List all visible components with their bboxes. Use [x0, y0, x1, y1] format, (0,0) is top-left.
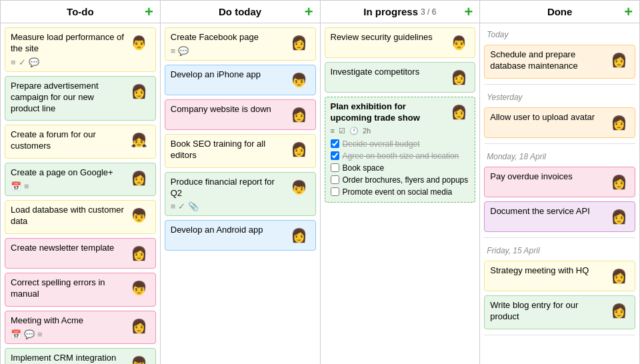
- avatar-dt6: 👩: [289, 225, 310, 246]
- checklist-checkbox-2[interactable]: [331, 163, 339, 172]
- avatar-ip3: 👩: [448, 101, 469, 123]
- card-dt6[interactable]: Develop an Android app👩: [165, 220, 316, 251]
- card-dt3[interactable]: Company website is down👩: [165, 99, 316, 130]
- card-td9[interactable]: Implement CRM integration👦: [5, 348, 156, 364]
- avatar-td3: 👧: [129, 129, 150, 151]
- calendar-icon: 📅: [11, 181, 21, 191]
- add-card-button-dotoday[interactable]: +: [305, 5, 313, 19]
- column-body-todo: Measure load performance of the site≡✓💬👨…: [1, 23, 160, 364]
- checklist-checkbox-4[interactable]: [331, 187, 339, 196]
- column-body-dotoday: Create Facebook page≡💬👩Develop an iPhone…: [161, 23, 320, 364]
- card-icons-td1: ≡✓💬: [11, 57, 125, 67]
- card-content-dn5: Strategy meeting with HQ: [490, 265, 604, 279]
- card-content-dt5: Produce financial report for Q2≡✓📎: [171, 177, 285, 212]
- card-dt1[interactable]: Create Facebook page≡💬👩: [165, 27, 316, 61]
- card-content-dn3: Pay overdue invoices: [490, 171, 604, 185]
- card-title-td4: Create a page on Google+: [11, 167, 125, 179]
- check-icon: ✓: [19, 57, 26, 67]
- checklist-text-1: Agree on booth size and location: [343, 151, 459, 161]
- card-dt5[interactable]: Produce financial report for Q2≡✓📎👦: [165, 172, 316, 217]
- card-icons-td8: 📅💬≡: [11, 329, 125, 339]
- card-content-td9: Implement CRM integration: [11, 353, 125, 364]
- column-title-dotoday: Do today: [219, 6, 261, 17]
- column-body-inprogress: Review security guidelines👨Investigate c…: [321, 23, 480, 364]
- column-todo: To-do+Measure load performance of the si…: [1, 1, 161, 364]
- column-header-done: Done+: [480, 1, 639, 23]
- avatar-dt3: 👩: [289, 104, 310, 125]
- column-title-todo: To-do: [67, 6, 94, 17]
- card-ip2[interactable]: Investigate competitors👩: [325, 62, 476, 93]
- card-dn3[interactable]: Pay overdue invoices👩: [484, 167, 635, 197]
- card-dn4[interactable]: Document the service API👩: [484, 201, 635, 232]
- card-td4[interactable]: Create a page on Google+📅≡👩: [5, 163, 156, 196]
- avatar-dt5: 👦: [289, 177, 310, 198]
- column-header-dotoday: Do today+: [161, 1, 320, 23]
- card-dn6[interactable]: Write blog entry for our product👩: [484, 295, 635, 329]
- card-content-dt4: Book SEO training for all editors: [171, 139, 285, 163]
- add-card-button-done[interactable]: +: [624, 5, 633, 19]
- checklist-text-0: Decide overall budget: [343, 139, 420, 149]
- done-section-label: Monday, 18 April: [484, 149, 635, 163]
- card-title-td9: Implement CRM integration: [11, 353, 125, 364]
- list-icon: ≡: [11, 57, 16, 67]
- list-icon: ≡: [171, 201, 176, 211]
- avatar-dt2: 👦: [289, 69, 310, 91]
- card-dt2[interactable]: Develop an iPhone app👦: [165, 65, 316, 95]
- checklist-item-1: Agree on booth size and location: [331, 150, 470, 162]
- card-dn1[interactable]: Schedule and prepare database maintenanc…: [484, 45, 635, 79]
- checklist-text-4: Promote event on social media: [343, 187, 453, 197]
- card-content-td8: Meeting with Acme📅💬≡: [11, 315, 125, 339]
- clip-icon: 📎: [188, 201, 199, 211]
- card-dn2[interactable]: Allow user to upload avatar👩: [484, 107, 635, 138]
- clock-icon: 🕐: [349, 127, 359, 135]
- bubble-icon: 💬: [24, 329, 35, 339]
- bubble-icon: 💬: [29, 57, 39, 67]
- avatar-dt4: 👩: [289, 139, 310, 160]
- avatar-td9: 👦: [129, 353, 150, 364]
- add-card-button-todo[interactable]: +: [145, 5, 153, 19]
- column-title-inprogress: In progress: [363, 6, 418, 17]
- card-td8[interactable]: Meeting with Acme📅💬≡👩: [5, 311, 156, 344]
- card-td2[interactable]: Prepare advertisement campaign for our n…: [5, 76, 156, 121]
- card-dt4[interactable]: Book SEO training for all editors👩: [165, 134, 316, 168]
- time-value: 2h: [363, 127, 371, 135]
- avatar-dn5: 👩: [608, 265, 629, 287]
- card-content-dt1: Create Facebook page≡💬: [171, 32, 285, 56]
- card-title-dn6: Write blog entry for our product: [490, 300, 604, 323]
- avatar-td7: 👦: [129, 277, 150, 299]
- column-dotoday: Do today+Create Facebook page≡💬👩Develop …: [161, 1, 321, 364]
- checklist-checkbox-0[interactable]: [331, 139, 339, 148]
- list-icon: ≡: [171, 46, 176, 56]
- card-title-dt6: Develop an Android app: [171, 225, 285, 236]
- card-content-dt6: Develop an Android app: [171, 225, 285, 238]
- checklist-checkbox-1[interactable]: [331, 151, 339, 160]
- card-td7[interactable]: Correct spelling errors in manual👦: [5, 273, 156, 307]
- done-section-label: Friday, 15 April: [484, 243, 635, 257]
- card-title-td3: Create a forum for our customers: [11, 129, 125, 152]
- card-title-td5: Load database with customer data: [11, 205, 125, 227]
- card-td5[interactable]: Load database with customer data👦: [5, 200, 156, 234]
- card-content-td6: Create newsletter template: [11, 243, 125, 256]
- card-td1[interactable]: Measure load performance of the site≡✓💬👨: [5, 27, 156, 72]
- card-td6[interactable]: Create newsletter template👩: [5, 238, 156, 269]
- card-title-ip2: Investigate competitors: [331, 67, 445, 78]
- card-title-ip3: Plan exhibition for upcoming trade show: [331, 101, 445, 124]
- card-content-td7: Correct spelling errors in manual: [11, 277, 125, 302]
- card-content-dn1: Schedule and prepare database maintenanc…: [490, 49, 604, 74]
- column-badge-inprogress: 3 / 6: [421, 7, 436, 17]
- card-ip3[interactable]: Plan exhibition for upcoming trade show≡…: [325, 97, 476, 203]
- card-ip1[interactable]: Review security guidelines👨: [325, 27, 476, 58]
- checklist-checkbox-3[interactable]: [331, 175, 339, 184]
- avatar-td4: 👩: [129, 167, 150, 189]
- avatar-dn6: 👩: [608, 300, 629, 321]
- card-title-td8: Meeting with Acme: [11, 315, 125, 327]
- column-done: Done+TodaySchedule and prepare database …: [480, 1, 639, 364]
- card-dn5[interactable]: Strategy meeting with HQ👩: [484, 261, 635, 291]
- card-content-dt3: Company website is down: [171, 104, 285, 117]
- avatar-dn4: 👩: [608, 206, 629, 227]
- avatar-td1: 👨: [129, 32, 150, 53]
- card-title-dn4: Document the service API: [490, 206, 604, 217]
- card-td3[interactable]: Create a forum for our customers👧: [5, 125, 156, 159]
- checklist-icon: ☑: [339, 127, 345, 135]
- add-card-button-inprogress[interactable]: +: [464, 5, 473, 19]
